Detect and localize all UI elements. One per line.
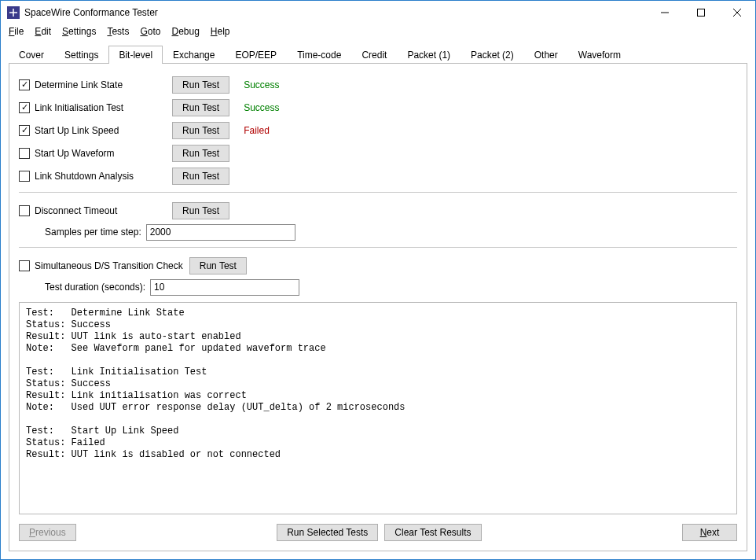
test-row-disconnect-timeout: Disconnect Timeout Run Test xyxy=(19,199,737,222)
run-test-button[interactable]: Run Test xyxy=(172,202,229,219)
checkbox-simultaneous-ds[interactable] xyxy=(19,260,30,271)
tab-time-code[interactable]: Time-code xyxy=(287,46,351,64)
run-test-button[interactable]: Run Test xyxy=(172,145,229,162)
duration-input[interactable] xyxy=(150,279,299,296)
duration-label: Test duration (seconds): xyxy=(45,282,145,293)
status-badge: Failed xyxy=(244,125,270,136)
menu-help[interactable]: Help xyxy=(211,26,230,37)
clear-test-results-button[interactable]: Clear Test Results xyxy=(384,524,481,541)
content-area: Cover Settings Bit-level Exchange EOP/EE… xyxy=(1,42,755,559)
maximize-button[interactable] xyxy=(683,1,719,24)
run-test-button[interactable]: Run Test xyxy=(172,168,229,185)
tab-eop-eep[interactable]: EOP/EEP xyxy=(225,46,287,64)
test-label: Determine Link State xyxy=(35,79,123,90)
test-label: Simultaneous D/S Transition Check xyxy=(35,260,183,271)
run-test-button[interactable]: Run Test xyxy=(172,99,229,116)
tabs: Cover Settings Bit-level Exchange EOP/EE… xyxy=(9,45,747,63)
previous-button[interactable]: Previous xyxy=(19,524,76,541)
titlebar: SpaceWire Conformance Tester xyxy=(1,1,755,24)
checkbox-determine-link-state[interactable]: ✓ xyxy=(19,79,30,90)
tab-packet-2[interactable]: Packet (2) xyxy=(461,46,524,64)
test-label: Disconnect Timeout xyxy=(35,205,117,216)
results-output[interactable]: Test: Determine Link State Status: Succe… xyxy=(19,302,737,514)
run-test-button[interactable]: Run Test xyxy=(189,257,247,274)
samples-label: Samples per time step: xyxy=(45,227,141,238)
tab-packet-1[interactable]: Packet (1) xyxy=(397,46,461,64)
samples-input[interactable] xyxy=(146,224,295,241)
svg-rect-1 xyxy=(698,9,705,17)
run-selected-tests-button[interactable]: Run Selected Tests xyxy=(277,524,378,541)
menubar: File Edit Settings Tests Goto Debug Help xyxy=(1,24,755,42)
app-icon xyxy=(7,6,20,19)
status-badge: Success xyxy=(244,102,279,113)
window-title: SpaceWire Conformance Tester xyxy=(24,7,158,18)
menu-tests[interactable]: Tests xyxy=(107,26,129,37)
test-label: Start Up Waveform xyxy=(35,148,115,159)
menu-debug[interactable]: Debug xyxy=(171,26,199,37)
menu-file[interactable]: File xyxy=(9,26,24,37)
samples-row: Samples per time step: xyxy=(19,222,737,242)
checkbox-start-up-waveform[interactable] xyxy=(19,148,30,159)
test-row-determine-link-state: ✓ Determine Link State Run Test Success xyxy=(19,73,737,96)
test-label: Link Shutdown Analysis xyxy=(35,171,134,182)
status-badge: Success xyxy=(244,79,279,90)
run-test-button[interactable]: Run Test xyxy=(172,122,229,139)
test-label: Start Up Link Speed xyxy=(35,125,119,136)
tab-waveform[interactable]: Waveform xyxy=(568,46,631,64)
tab-bit-level[interactable]: Bit-level xyxy=(108,46,163,64)
tab-panel-bit-level: ✓ Determine Link State Run Test Success … xyxy=(9,63,747,551)
tab-other[interactable]: Other xyxy=(524,46,568,64)
tab-exchange[interactable]: Exchange xyxy=(163,46,225,64)
test-row-link-initialisation: ✓ Link Initialisation Test Run Test Succ… xyxy=(19,96,737,119)
separator xyxy=(19,192,737,193)
checkbox-link-initialisation[interactable]: ✓ xyxy=(19,102,30,113)
test-row-simultaneous-ds-transition: Simultaneous D/S Transition Check Run Te… xyxy=(19,254,737,277)
run-test-button[interactable]: Run Test xyxy=(172,76,229,94)
menu-edit[interactable]: Edit xyxy=(35,26,51,37)
checkbox-disconnect-timeout[interactable] xyxy=(19,205,30,216)
test-row-start-up-link-speed: ✓ Start Up Link Speed Run Test Failed xyxy=(19,119,737,142)
checkbox-link-shutdown-analysis[interactable] xyxy=(19,171,30,182)
test-row-start-up-waveform: Start Up Waveform Run Test xyxy=(19,142,737,164)
close-button[interactable] xyxy=(719,1,755,24)
menu-goto[interactable]: Goto xyxy=(140,26,160,37)
test-label: Link Initialisation Test xyxy=(35,102,123,113)
tab-credit[interactable]: Credit xyxy=(351,46,397,64)
separator xyxy=(19,247,737,248)
next-button[interactable]: Next xyxy=(682,524,737,541)
tab-cover[interactable]: Cover xyxy=(9,46,54,64)
main-window: SpaceWire Conformance Tester File Edit S… xyxy=(0,0,756,560)
bottom-button-row: Previous Run Selected Tests Clear Test R… xyxy=(19,514,737,541)
test-row-link-shutdown-analysis: Link Shutdown Analysis Run Test xyxy=(19,164,737,187)
duration-row: Test duration (seconds): xyxy=(19,277,737,297)
tab-settings[interactable]: Settings xyxy=(54,46,108,64)
menu-settings[interactable]: Settings xyxy=(62,26,96,37)
checkbox-start-up-link-speed[interactable]: ✓ xyxy=(19,125,30,136)
minimize-button[interactable] xyxy=(647,1,683,24)
